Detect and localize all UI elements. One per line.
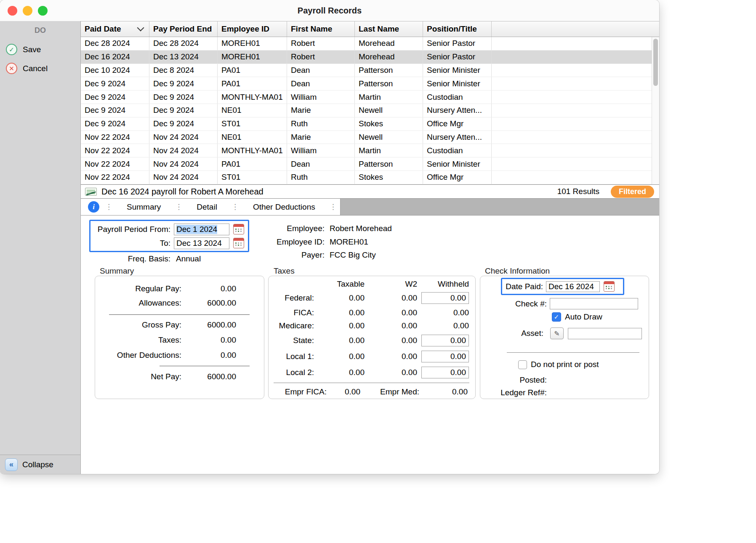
local1-label: Local 1: — [269, 352, 314, 361]
table-cell-filler — [492, 131, 652, 144]
calendar-icon[interactable] — [604, 281, 615, 292]
collapse-button[interactable]: « Collapse — [0, 455, 81, 474]
column-header-label: Paid Date — [85, 24, 121, 34]
table-cell: Dean — [287, 77, 355, 90]
freq-basis-label: Freq. Basis: — [91, 254, 170, 264]
check-information-box: Date Paid: Check #: Auto Draw Asset: ✎ D… — [480, 276, 649, 399]
column-header-last-name[interactable]: Last Name — [355, 21, 423, 37]
empr-fica-value: 0.00 — [327, 387, 360, 397]
table-row[interactable]: Nov 22 2024Nov 24 2024MONTHLY-MA01Willia… — [81, 144, 652, 157]
separator-dots-icon: ⋮ — [326, 199, 340, 215]
scrollbar-thumb[interactable] — [653, 39, 658, 86]
table-body: Dec 28 2024Dec 28 2024MOREH01RobertMoreh… — [81, 37, 652, 184]
asset-label: Asset: — [480, 329, 543, 338]
save-button[interactable]: ✓ Save — [0, 40, 80, 59]
payer-value: FCC Big City — [330, 250, 376, 260]
medicare-withheld: 0.00 — [417, 321, 469, 330]
sidebar-header: DO — [0, 21, 80, 35]
asset-edit-icon[interactable]: ✎ — [550, 327, 564, 339]
table-cell: ST01 — [218, 117, 287, 130]
payroll-period-highlight-box: Payroll Period From: Dec 1 2024 To: — [89, 220, 249, 252]
date-paid-input[interactable] — [546, 281, 600, 292]
table-cell: Dean — [287, 157, 355, 170]
table-cell: Nov 24 2024 — [149, 157, 218, 170]
federal-withheld-input[interactable] — [421, 292, 469, 304]
payroll-period-to-input[interactable] — [174, 237, 229, 249]
federal-label: Federal: — [269, 293, 314, 303]
payroll-period-from-label: Payroll Period From: — [91, 225, 170, 234]
tab-other-deductions[interactable]: Other Deductions — [242, 199, 326, 215]
table-cell: Marie — [287, 131, 355, 144]
table-cell: Ruth — [287, 117, 355, 130]
table-row[interactable]: Dec 9 2024Dec 9 2024NE01MarieNewellNurse… — [81, 104, 652, 117]
table-cell: PA01 — [218, 64, 287, 77]
separator-dots-icon: ⋮ — [172, 199, 186, 215]
table-cell: NE01 — [218, 104, 287, 117]
table-cell: Nov 22 2024 — [81, 157, 149, 170]
table-cell: Morehead — [355, 37, 423, 50]
column-header-label: Pay Period End — [153, 24, 212, 34]
close-button[interactable] — [8, 6, 17, 16]
payer-label: Payer: — [257, 250, 325, 260]
table-cell: PA01 — [218, 157, 287, 170]
table-scrollbar[interactable] — [652, 37, 659, 184]
column-header-position-title[interactable]: Position/Title — [423, 21, 492, 37]
filtered-badge[interactable]: Filtered — [611, 186, 654, 198]
fica-w2: 0.00 — [365, 308, 417, 317]
table-cell: MOREH01 — [218, 51, 287, 64]
column-header-label: Employee ID — [221, 24, 269, 34]
table-row[interactable]: Nov 22 2024Nov 24 2024ST01RuthStokesOffi… — [81, 171, 652, 184]
table-cell: NE01 — [218, 131, 287, 144]
allowances-value: 6000.00 — [181, 298, 236, 308]
summary-tab-panel: Payroll Period From: Dec 1 2024 To: Freq… — [81, 216, 659, 474]
table-row[interactable]: Nov 22 2024Nov 24 2024NE01MarieNewellNur… — [81, 131, 652, 144]
table-cell: William — [287, 90, 355, 104]
table-cell: Senior Pastor — [423, 37, 492, 50]
regular-pay-value: 0.00 — [181, 284, 236, 293]
table-cell: Nov 22 2024 — [81, 131, 149, 144]
table-cell: PA01 — [218, 77, 287, 90]
check-number-input[interactable] — [550, 298, 638, 309]
table-row[interactable]: Dec 9 2024Dec 9 2024ST01RuthStokesOffice… — [81, 117, 652, 131]
traffic-lights — [8, 6, 48, 16]
payroll-period-from-input[interactable]: Dec 1 2024 — [174, 224, 229, 235]
minimize-button[interactable] — [23, 6, 32, 16]
check-info-section-title: Check Information — [485, 266, 550, 276]
table-cell: Newell — [355, 131, 423, 144]
local2-label: Local 2: — [269, 368, 314, 377]
cancel-button[interactable]: ✕ Cancel — [0, 59, 80, 78]
state-withheld-input[interactable] — [421, 335, 469, 346]
column-header-first-name[interactable]: First Name — [287, 21, 355, 37]
local2-withheld-input[interactable] — [421, 367, 469, 378]
table-row[interactable]: Dec 9 2024Dec 9 2024PA01DeanPattersonSen… — [81, 77, 652, 90]
table-row[interactable]: Dec 16 2024Dec 13 2024MOREH01RobertMoreh… — [81, 51, 652, 64]
tab-summary[interactable]: Summary — [116, 199, 172, 215]
column-header-employee-id[interactable]: Employee ID — [218, 21, 287, 37]
table-row[interactable]: Dec 28 2024Dec 28 2024MOREH01RobertMoreh… — [81, 37, 652, 51]
table-row[interactable]: Nov 22 2024Nov 24 2024PA01DeanPattersonS… — [81, 157, 652, 171]
medicare-label: Medicare: — [269, 321, 314, 330]
table-cell: Nov 22 2024 — [81, 144, 149, 157]
table-cell: ST01 — [218, 171, 287, 184]
zoom-button[interactable] — [38, 6, 48, 16]
table-cell: Office Mgr — [423, 117, 492, 130]
table-row[interactable]: Dec 10 2024Dec 8 2024PA01DeanPattersonSe… — [81, 64, 652, 77]
column-header-pay-period-end[interactable]: Pay Period End — [149, 21, 218, 37]
do-not-print-checkbox[interactable] — [518, 360, 527, 369]
auto-draw-checkbox[interactable] — [552, 312, 561, 322]
tab-detail[interactable]: Detail — [186, 199, 228, 215]
table-cell-filler — [492, 77, 652, 90]
calendar-icon[interactable] — [233, 238, 244, 248]
info-icon[interactable]: i — [88, 201, 99, 213]
table-cell: Patterson — [355, 157, 423, 170]
asset-input[interactable] — [568, 328, 642, 339]
column-header-paid-date[interactable]: Paid Date — [81, 21, 149, 37]
date-paid-label: Date Paid: — [502, 282, 543, 291]
calendar-icon[interactable] — [233, 224, 244, 234]
table-cell: Nov 24 2024 — [149, 144, 218, 157]
record-header-bar: Dec 16 2024 payroll for Robert A Morehea… — [81, 184, 659, 199]
empr-med-label: Empr Med: — [360, 387, 419, 397]
local1-withheld-input[interactable] — [421, 351, 469, 362]
table-cell: Senior Minister — [423, 77, 492, 90]
table-row[interactable]: Dec 9 2024Dec 9 2024MONTHLY-MA01WilliamM… — [81, 90, 652, 104]
